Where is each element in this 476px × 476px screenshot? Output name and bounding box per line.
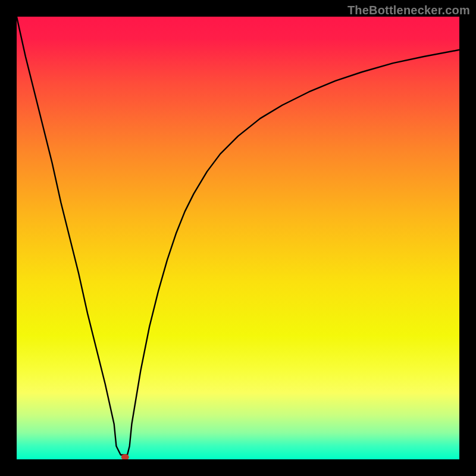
chart-svg xyxy=(17,17,459,459)
chart-container: TheBottlenecker.com xyxy=(0,0,476,476)
attribution-label: TheBottlenecker.com xyxy=(347,4,470,17)
gradient-background xyxy=(17,17,459,459)
